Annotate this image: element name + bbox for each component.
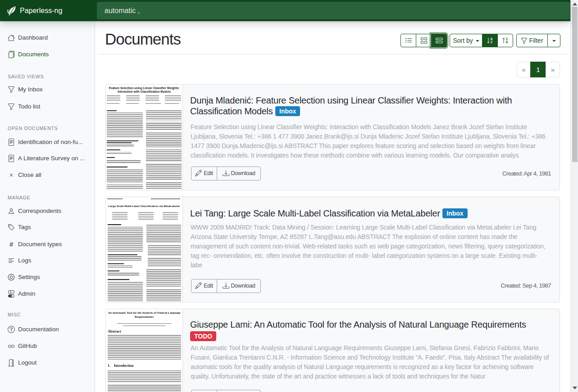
svg-text:Large Scale Multi-Label Classi: Large Scale Multi-Label Classification v… [108,204,180,207]
svg-text:Requirements: Requirements [135,315,154,319]
svg-text:An Automatic Tool for the Anal: An Automatic Tool for the Analysis of Na… [108,311,180,314]
svg-text:Feature Selection using Linear: Feature Selection using Linear Classifie… [109,86,179,90]
svg-text:Abstract: Abstract [108,329,121,333]
svg-text:1. Introduction: 1. Introduction [108,364,134,368]
svg-text:Interaction with Classificatio: Interaction with Classification Models [118,90,171,93]
